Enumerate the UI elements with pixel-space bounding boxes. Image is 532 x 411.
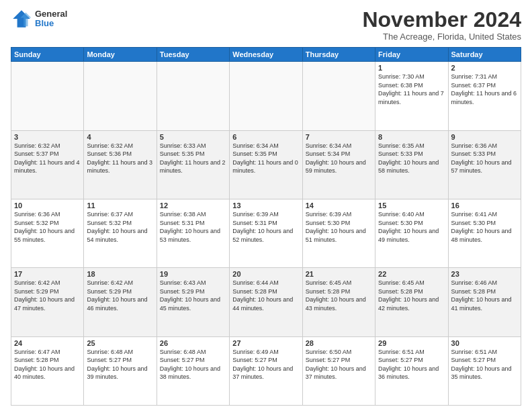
calendar-week-row: 24Sunrise: 6:47 AM Sunset: 5:28 PM Dayli… [11,336,521,405]
calendar-day-cell [11,62,84,130]
calendar-day-cell: 1Sunrise: 7:30 AM Sunset: 6:38 PM Daylig… [375,62,448,130]
calendar-week-row: 1Sunrise: 7:30 AM Sunset: 6:38 PM Daylig… [11,62,521,130]
logo-general-text: General [35,9,67,19]
day-info-text: Sunrise: 6:48 AM Sunset: 5:27 PM Dayligh… [160,348,226,381]
day-number: 8 [378,133,445,141]
weekday-header-tuesday: Tuesday [157,48,229,62]
day-number: 3 [14,133,81,141]
calendar-day-cell: 27Sunrise: 6:49 AM Sunset: 5:27 PM Dayli… [230,336,302,405]
calendar-day-cell: 28Sunrise: 6:50 AM Sunset: 5:27 PM Dayli… [302,336,375,405]
calendar-day-cell: 3Sunrise: 6:32 AM Sunset: 5:37 PM Daylig… [11,130,84,199]
calendar-day-cell: 26Sunrise: 6:48 AM Sunset: 5:27 PM Dayli… [157,336,229,405]
day-number: 30 [451,339,518,347]
day-info-text: Sunrise: 6:49 AM Sunset: 5:27 PM Dayligh… [232,348,299,381]
day-info-text: Sunrise: 6:34 AM Sunset: 5:35 PM Dayligh… [232,142,299,175]
weekday-header-wednesday: Wednesday [230,48,302,62]
day-info-text: Sunrise: 6:45 AM Sunset: 5:28 PM Dayligh… [378,279,445,312]
day-number: 5 [160,133,226,141]
calendar-day-cell: 11Sunrise: 6:37 AM Sunset: 5:32 PM Dayli… [84,199,157,267]
calendar-day-cell [157,62,229,130]
day-info-text: Sunrise: 6:45 AM Sunset: 5:28 PM Dayligh… [306,279,372,312]
day-number: 19 [160,270,226,278]
title-block: November 2024 The Acreage, Florida, Unit… [362,8,521,42]
day-info-text: Sunrise: 6:32 AM Sunset: 5:36 PM Dayligh… [87,142,153,175]
calendar-day-cell: 23Sunrise: 6:46 AM Sunset: 5:28 PM Dayli… [448,268,521,336]
day-info-text: Sunrise: 6:37 AM Sunset: 5:32 PM Dayligh… [87,210,153,244]
day-number: 15 [378,201,445,210]
day-number: 24 [14,339,81,347]
calendar-day-cell: 22Sunrise: 6:45 AM Sunset: 5:28 PM Dayli… [375,268,448,336]
calendar-table: SundayMondayTuesdayWednesdayThursdayFrid… [11,47,521,406]
day-info-text: Sunrise: 6:50 AM Sunset: 5:27 PM Dayligh… [306,348,372,381]
calendar-day-cell: 13Sunrise: 6:39 AM Sunset: 5:31 PM Dayli… [230,199,302,267]
calendar-day-cell: 17Sunrise: 6:42 AM Sunset: 5:29 PM Dayli… [11,268,84,336]
day-number: 2 [451,64,518,72]
weekday-header-sunday: Sunday [11,48,84,62]
calendar-day-cell: 10Sunrise: 6:36 AM Sunset: 5:32 PM Dayli… [11,199,84,267]
calendar-day-cell: 18Sunrise: 6:42 AM Sunset: 5:29 PM Dayli… [84,268,157,336]
weekday-header-friday: Friday [375,48,448,62]
day-number: 26 [160,339,226,347]
day-info-text: Sunrise: 6:40 AM Sunset: 5:30 PM Dayligh… [378,210,445,244]
day-info-text: Sunrise: 6:42 AM Sunset: 5:29 PM Dayligh… [14,279,81,312]
calendar-day-cell [302,62,375,130]
weekday-header-monday: Monday [84,48,157,62]
day-info-text: Sunrise: 6:34 AM Sunset: 5:34 PM Dayligh… [306,142,372,175]
day-info-text: Sunrise: 6:36 AM Sunset: 5:32 PM Dayligh… [14,210,81,244]
calendar-day-cell: 24Sunrise: 6:47 AM Sunset: 5:28 PM Dayli… [11,336,84,405]
day-number: 25 [87,339,153,347]
day-info-text: Sunrise: 6:51 AM Sunset: 5:27 PM Dayligh… [378,348,445,381]
calendar-day-cell: 12Sunrise: 6:38 AM Sunset: 5:31 PM Dayli… [157,199,229,267]
day-number: 27 [232,339,299,347]
weekday-header-saturday: Saturday [448,48,521,62]
calendar-day-cell: 9Sunrise: 6:36 AM Sunset: 5:33 PM Daylig… [448,130,521,199]
day-info-text: Sunrise: 6:33 AM Sunset: 5:35 PM Dayligh… [160,142,226,175]
calendar-day-cell [84,62,157,130]
calendar-header-row: SundayMondayTuesdayWednesdayThursdayFrid… [11,48,521,62]
day-info-text: Sunrise: 7:30 AM Sunset: 6:38 PM Dayligh… [378,73,445,106]
day-info-text: Sunrise: 6:51 AM Sunset: 5:27 PM Dayligh… [451,348,518,381]
month-title: November 2024 [362,8,521,32]
day-number: 6 [232,133,299,141]
page: General Blue November 2024 The Acreage, … [0,0,532,411]
day-info-text: Sunrise: 6:41 AM Sunset: 5:30 PM Dayligh… [451,210,518,244]
day-number: 10 [14,201,81,210]
day-number: 1 [378,64,445,72]
calendar-day-cell: 8Sunrise: 6:35 AM Sunset: 5:33 PM Daylig… [375,130,448,199]
day-number: 20 [232,270,299,278]
day-number: 17 [14,270,81,278]
logo-blue-text: Blue [35,19,67,28]
day-number: 9 [451,133,518,141]
day-info-text: Sunrise: 6:48 AM Sunset: 5:27 PM Dayligh… [87,348,153,381]
day-number: 11 [87,201,153,210]
day-info-text: Sunrise: 6:39 AM Sunset: 5:31 PM Dayligh… [232,210,299,244]
calendar-day-cell: 14Sunrise: 6:39 AM Sunset: 5:30 PM Dayli… [302,199,375,267]
calendar-day-cell: 4Sunrise: 6:32 AM Sunset: 5:36 PM Daylig… [84,130,157,199]
calendar-day-cell: 6Sunrise: 6:34 AM Sunset: 5:35 PM Daylig… [230,130,302,199]
day-info-text: Sunrise: 6:36 AM Sunset: 5:33 PM Dayligh… [451,142,518,175]
day-info-text: Sunrise: 6:44 AM Sunset: 5:28 PM Dayligh… [232,279,299,312]
calendar-day-cell: 16Sunrise: 6:41 AM Sunset: 5:30 PM Dayli… [448,199,521,267]
weekday-header-thursday: Thursday [302,48,375,62]
day-number: 21 [306,270,372,278]
calendar-day-cell: 21Sunrise: 6:45 AM Sunset: 5:28 PM Dayli… [302,268,375,336]
day-number: 23 [451,270,518,278]
day-info-text: Sunrise: 6:39 AM Sunset: 5:30 PM Dayligh… [306,210,372,244]
calendar-day-cell: 25Sunrise: 6:48 AM Sunset: 5:27 PM Dayli… [84,336,157,405]
day-info-text: Sunrise: 6:35 AM Sunset: 5:33 PM Dayligh… [378,142,445,175]
day-number: 22 [378,270,445,278]
day-info-text: Sunrise: 6:46 AM Sunset: 5:28 PM Dayligh… [451,279,518,312]
logo-text: General Blue [35,9,67,29]
day-info-text: Sunrise: 6:32 AM Sunset: 5:37 PM Dayligh… [14,142,81,175]
calendar-week-row: 10Sunrise: 6:36 AM Sunset: 5:32 PM Dayli… [11,199,521,267]
calendar-day-cell: 7Sunrise: 6:34 AM Sunset: 5:34 PM Daylig… [302,130,375,199]
calendar-day-cell: 30Sunrise: 6:51 AM Sunset: 5:27 PM Dayli… [448,336,521,405]
calendar-day-cell: 20Sunrise: 6:44 AM Sunset: 5:28 PM Dayli… [230,268,302,336]
logo-icon [11,8,32,30]
day-info-text: Sunrise: 6:38 AM Sunset: 5:31 PM Dayligh… [160,210,226,244]
day-info-text: Sunrise: 6:42 AM Sunset: 5:29 PM Dayligh… [87,279,153,312]
day-number: 7 [306,133,372,141]
location-subtitle: The Acreage, Florida, United States [362,32,521,42]
day-number: 13 [232,201,299,210]
calendar-day-cell: 2Sunrise: 7:31 AM Sunset: 6:37 PM Daylig… [448,62,521,130]
